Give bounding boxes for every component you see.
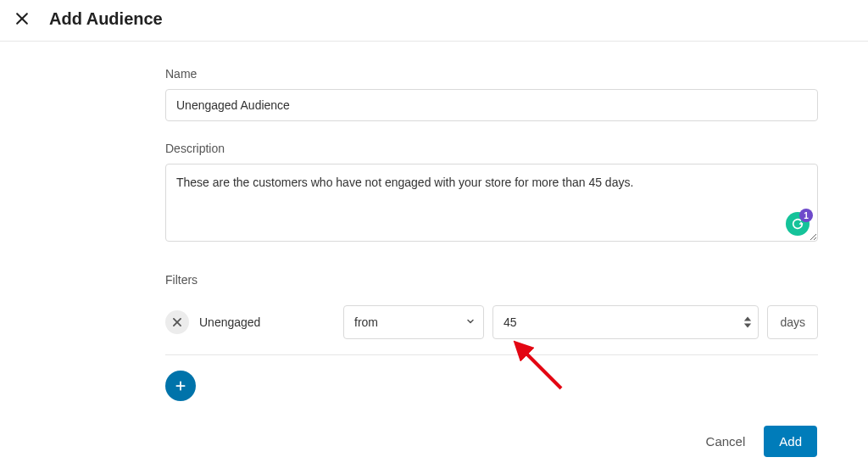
close-icon — [171, 316, 183, 328]
name-input[interactable] — [165, 89, 818, 121]
cancel-button[interactable]: Cancel — [706, 434, 746, 449]
grammarly-badge[interactable]: 1 — [786, 212, 810, 236]
add-filter-button[interactable] — [165, 371, 196, 401]
remove-filter-button[interactable] — [165, 310, 189, 334]
close-button[interactable] — [12, 8, 32, 29]
page-title: Add Audience — [49, 9, 163, 29]
filter-unit-label: days — [767, 305, 818, 339]
filter-name-label: Unengaged — [199, 315, 335, 329]
filter-operator-select[interactable]: from — [343, 305, 484, 339]
close-icon — [14, 10, 31, 27]
add-button[interactable]: Add — [764, 426, 817, 457]
filter-value-input[interactable] — [492, 305, 759, 339]
filters-label: Filters — [165, 273, 817, 287]
filter-operator-value: from — [354, 315, 378, 329]
grammarly-count-badge: 1 — [799, 209, 813, 222]
modal-content: Name Description 1 Filters Unengaged fro… — [0, 42, 868, 401]
modal-footer: Cancel Add — [706, 426, 817, 457]
description-textarea[interactable] — [165, 164, 818, 242]
filters-section: Filters Unengaged from days — [165, 273, 817, 401]
name-label: Name — [165, 67, 817, 81]
filter-row: Unengaged from days — [165, 305, 818, 355]
modal-header: Add Audience — [0, 0, 868, 42]
description-label: Description — [165, 142, 817, 155]
name-field-group: Name — [165, 67, 817, 121]
description-field-group: Description 1 — [165, 142, 817, 244]
plus-icon — [175, 380, 186, 392]
